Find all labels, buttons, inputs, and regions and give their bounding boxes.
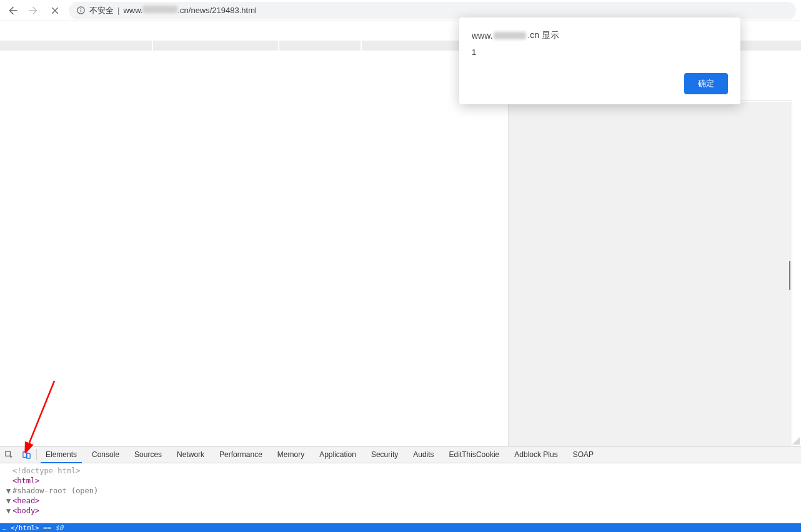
url-text: www..cn/news/219483.html [123, 6, 257, 15]
back-button[interactable] [5, 3, 20, 18]
stop-button[interactable] [47, 3, 62, 18]
alert-message: 1 [472, 47, 728, 57]
devtools-tab-adblock-plus[interactable]: Adblock Plus [507, 446, 565, 463]
devtools-tabbar: ElementsConsoleSourcesNetworkPerformance… [0, 446, 801, 463]
arrow-left-icon [7, 5, 18, 16]
forward-button[interactable] [26, 3, 41, 18]
devtools-tab-sources[interactable]: Sources [127, 446, 169, 463]
devtools-tab-audits[interactable]: Audits [405, 446, 441, 463]
inspect-icon [4, 450, 14, 460]
divider [36, 449, 37, 460]
table-cell [0, 41, 152, 51]
elements-line[interactable]: ▼<body> [6, 506, 795, 516]
devtools-panel: ElementsConsoleSourcesNetworkPerformance… [0, 446, 801, 532]
elements-line[interactable]: <!doctype html> [6, 466, 795, 476]
separator: | [117, 6, 119, 15]
devtools-tab-security[interactable]: Security [364, 446, 405, 463]
inspect-element-button[interactable] [0, 446, 17, 463]
address-bar[interactable]: 不安全 | www..cn/news/219483.html [69, 2, 796, 19]
devtools-tab-soap[interactable]: SOAP [565, 446, 601, 463]
devtools-tab-network[interactable]: Network [169, 446, 212, 463]
svg-rect-2 [81, 8, 81, 9]
devtools-tab-editthiscookie[interactable]: EditThisCookie [442, 446, 507, 463]
arrow-right-icon [28, 5, 39, 16]
devtools-tab-console[interactable]: Console [84, 446, 127, 463]
devtools-tab-memory[interactable]: Memory [270, 446, 312, 463]
alert-ok-button[interactable]: 确定 [684, 73, 728, 94]
security-label: 不安全 [89, 5, 114, 16]
devtools-tab-application[interactable]: Application [312, 446, 364, 463]
js-alert-dialog: www..cn 显示 1 确定 [459, 17, 740, 104]
alert-origin: www..cn 显示 [472, 30, 728, 41]
table-cell [153, 41, 278, 51]
side-panel [508, 101, 792, 450]
devtools-breadcrumb[interactable]: … </html> == $0 [0, 523, 801, 532]
resize-grip-icon[interactable] [791, 436, 801, 446]
devtools-tab-elements[interactable]: Elements [38, 446, 84, 463]
device-toolbar-button[interactable] [17, 446, 35, 463]
elements-line[interactable]: ▼#shadow-root (open) [6, 486, 795, 496]
elements-line[interactable]: <html> [6, 476, 795, 486]
close-icon [50, 6, 60, 16]
device-icon [22, 450, 31, 460]
svg-rect-1 [81, 9, 81, 12]
table-cell [279, 41, 361, 51]
info-icon [76, 6, 86, 15]
devtools-tab-performance[interactable]: Performance [212, 446, 270, 463]
resize-handle-vertical[interactable] [789, 261, 793, 290]
elements-tree[interactable]: <!doctype html> <html>▼#shadow-root (ope… [0, 463, 801, 523]
elements-line[interactable]: ▼<head> [6, 496, 795, 506]
